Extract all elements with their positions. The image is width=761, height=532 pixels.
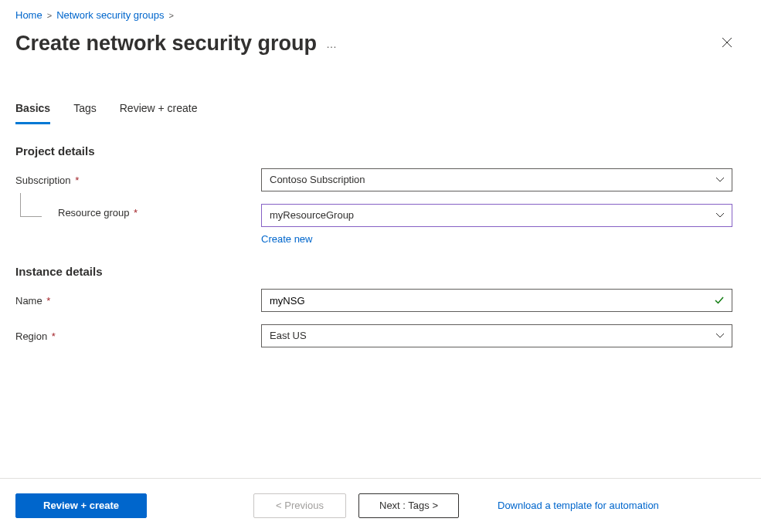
tab-review[interactable]: Review + create bbox=[120, 102, 198, 124]
chevron-right-icon: > bbox=[47, 11, 52, 20]
breadcrumb: Home > Network security groups > bbox=[15, 0, 761, 21]
resource-group-label: Resource group * bbox=[15, 207, 261, 224]
tree-line-icon bbox=[15, 207, 58, 224]
tabs: Basics Tags Review + create bbox=[15, 102, 761, 124]
subscription-select[interactable]: Contoso Subscription bbox=[261, 168, 732, 191]
check-icon bbox=[714, 295, 725, 306]
name-label: Name * bbox=[15, 295, 261, 307]
required-indicator: * bbox=[73, 175, 80, 186]
chevron-right-icon: > bbox=[169, 11, 174, 20]
name-input[interactable] bbox=[261, 289, 732, 312]
create-new-link[interactable]: Create new bbox=[261, 233, 312, 245]
required-indicator: * bbox=[131, 207, 138, 219]
review-create-button[interactable]: Review + create bbox=[15, 493, 147, 518]
resource-group-select[interactable]: myResourceGroup bbox=[261, 204, 732, 227]
required-indicator: * bbox=[44, 295, 51, 307]
tab-basics[interactable]: Basics bbox=[15, 102, 50, 124]
breadcrumb-nsg[interactable]: Network security groups bbox=[56, 9, 164, 21]
subscription-label: Subscription * bbox=[15, 175, 261, 186]
more-icon[interactable]: … bbox=[326, 38, 338, 50]
download-template-link[interactable]: Download a template for automation bbox=[498, 500, 659, 511]
page-title: Create network security group bbox=[15, 32, 317, 56]
next-button[interactable]: Next : Tags > bbox=[358, 493, 459, 518]
required-indicator: * bbox=[49, 330, 56, 342]
region-select[interactable]: East US bbox=[261, 324, 732, 347]
section-project-details: Project details bbox=[15, 144, 761, 158]
section-instance-details: Instance details bbox=[15, 265, 761, 278]
tab-tags[interactable]: Tags bbox=[73, 102, 97, 124]
region-label: Region * bbox=[15, 330, 261, 342]
footer: Review + create < Previous Next : Tags >… bbox=[0, 478, 761, 532]
breadcrumb-home[interactable]: Home bbox=[15, 9, 42, 21]
close-icon[interactable] bbox=[721, 36, 733, 51]
previous-button: < Previous bbox=[253, 493, 346, 518]
